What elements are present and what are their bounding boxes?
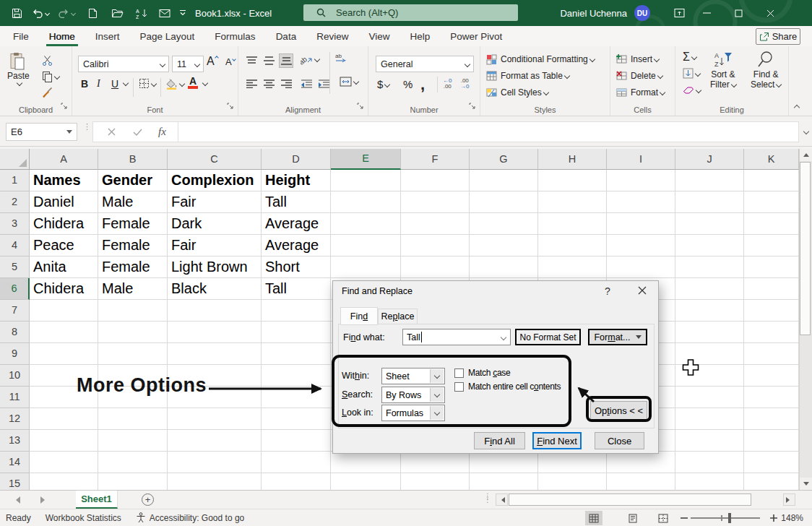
insert-cells-button[interactable]: Insert <box>616 51 659 67</box>
cell-F4[interactable] <box>401 235 470 256</box>
cell-A8[interactable] <box>30 322 98 343</box>
scroll-up-button[interactable] <box>800 149 812 161</box>
tab-file[interactable]: File <box>3 26 39 46</box>
font-color-button[interactable]: A <box>188 77 198 89</box>
find-tab[interactable]: Find <box>340 307 378 325</box>
find-select-button[interactable]: Find & Select <box>751 51 781 90</box>
decrease-font-button[interactable]: A <box>225 56 236 67</box>
format-cells-button[interactable]: Format <box>616 85 665 100</box>
cell-J3[interactable] <box>675 213 744 235</box>
cell-E2[interactable] <box>331 191 401 213</box>
tab-power-pivot[interactable]: Power Pivot <box>440 26 512 46</box>
clipboard-dialog-launcher[interactable] <box>61 100 68 113</box>
cell-K3[interactable] <box>744 213 799 235</box>
close-dialog-button[interactable]: Close <box>595 432 644 449</box>
cell-J10[interactable] <box>675 365 744 387</box>
cell-C2[interactable]: Fair <box>168 191 262 213</box>
cell-E5[interactable] <box>331 256 401 278</box>
cell-I4[interactable] <box>607 235 675 256</box>
cell-K15[interactable] <box>744 473 799 490</box>
open-folder-icon[interactable] <box>111 0 124 26</box>
cut-button[interactable] <box>42 55 53 66</box>
minimize-button[interactable] <box>692 0 721 26</box>
cell-F5[interactable] <box>401 256 470 278</box>
new-file-icon[interactable] <box>88 0 98 26</box>
cell-J14[interactable] <box>675 452 744 473</box>
cell-B2[interactable]: Male <box>98 191 168 213</box>
orientation-button[interactable]: ab <box>301 53 319 65</box>
cell-C5[interactable]: Light Brown <box>168 256 262 278</box>
paste-button[interactable]: Paste <box>7 52 30 85</box>
font-dialog-launcher[interactable] <box>227 100 234 113</box>
replace-tab[interactable]: Replace <box>378 309 418 324</box>
cell-B9[interactable] <box>98 343 168 365</box>
tab-review[interactable]: Review <box>306 26 358 46</box>
cell-I15[interactable] <box>607 473 675 490</box>
find-all-button[interactable]: Find All <box>474 432 525 449</box>
cell-K14[interactable] <box>744 452 799 473</box>
cell-A12[interactable] <box>30 408 98 430</box>
cell-G5[interactable] <box>470 256 538 278</box>
cell-D6[interactable]: Tall <box>262 278 331 300</box>
tab-formulas[interactable]: Formulas <box>204 26 265 46</box>
row-header-7[interactable]: 7 <box>0 300 30 322</box>
zoom-slider-thumb[interactable] <box>728 513 731 523</box>
dialog-close-button[interactable] <box>638 286 647 297</box>
format-painter-button[interactable] <box>42 87 53 98</box>
number-format-combo[interactable]: General <box>376 56 474 72</box>
zoom-slider-track[interactable] <box>691 517 760 519</box>
cell-F15[interactable] <box>401 473 470 490</box>
align-right-button[interactable] <box>279 77 293 91</box>
column-header-I[interactable]: I <box>607 149 675 170</box>
cell-C3[interactable]: Dark <box>168 213 262 235</box>
hscroll-thumb[interactable] <box>509 493 751 506</box>
fill-button[interactable] <box>683 68 700 79</box>
row-header-14[interactable]: 14 <box>0 452 30 473</box>
customize-qat-icon[interactable] <box>179 0 186 26</box>
delete-cells-button[interactable]: Delete <box>616 68 662 84</box>
cell-K2[interactable] <box>744 191 799 213</box>
cell-D15[interactable] <box>262 473 331 490</box>
cell-K10[interactable] <box>744 365 799 387</box>
column-header-F[interactable]: F <box>401 149 470 170</box>
cell-B5[interactable]: Female <box>98 256 168 278</box>
cell-D8[interactable] <box>262 322 331 343</box>
cell-C4[interactable]: Fair <box>168 235 262 256</box>
cell-H1[interactable] <box>538 170 607 191</box>
percent-style-button[interactable]: % <box>403 78 413 90</box>
cell-E14[interactable] <box>331 452 401 473</box>
sort-filter-button[interactable]: AZ Sort & Filter <box>710 51 736 90</box>
search-box[interactable]: Search (Alt+Q) <box>303 4 518 21</box>
cell-I14[interactable] <box>607 452 675 473</box>
vertical-scroll-thumb[interactable] <box>800 162 811 335</box>
row-header-8[interactable]: 8 <box>0 322 30 343</box>
cell-J11[interactable] <box>675 387 744 408</box>
name-box[interactable]: E6 <box>6 123 77 141</box>
cell-K4[interactable] <box>744 235 799 256</box>
undo-button[interactable] <box>32 0 49 26</box>
tab-page-layout[interactable]: Page Layout <box>130 26 205 46</box>
cell-J13[interactable] <box>675 430 744 452</box>
ribbon-display-options-icon[interactable] <box>665 0 694 26</box>
tab-scroll-divider[interactable]: ⋮⋮ <box>484 494 491 501</box>
cell-G3[interactable] <box>470 213 538 235</box>
borders-button[interactable] <box>139 78 156 89</box>
cell-K1[interactable] <box>744 170 799 191</box>
prev-sheet-button[interactable] <box>16 496 20 504</box>
clear-button[interactable] <box>683 85 701 95</box>
underline-button[interactable]: U <box>111 78 118 90</box>
zoom-level[interactable]: 148% <box>781 509 803 526</box>
cell-A13[interactable] <box>30 430 98 452</box>
accessibility-status[interactable]: Accessibility: Good to go <box>129 509 251 526</box>
row-header-12[interactable]: 12 <box>0 408 30 430</box>
decrease-indent-button[interactable] <box>299 77 314 91</box>
cell-K12[interactable] <box>744 408 799 430</box>
cell-D13[interactable] <box>262 430 331 452</box>
column-header-C[interactable]: C <box>168 149 262 170</box>
formula-input-area[interactable]: fx <box>92 121 799 142</box>
tab-help[interactable]: Help <box>399 26 440 46</box>
copy-button[interactable] <box>42 71 59 82</box>
cell-E3[interactable] <box>331 213 401 235</box>
select-all-corner[interactable] <box>0 149 30 170</box>
underline-dropdown[interactable] <box>121 81 128 85</box>
